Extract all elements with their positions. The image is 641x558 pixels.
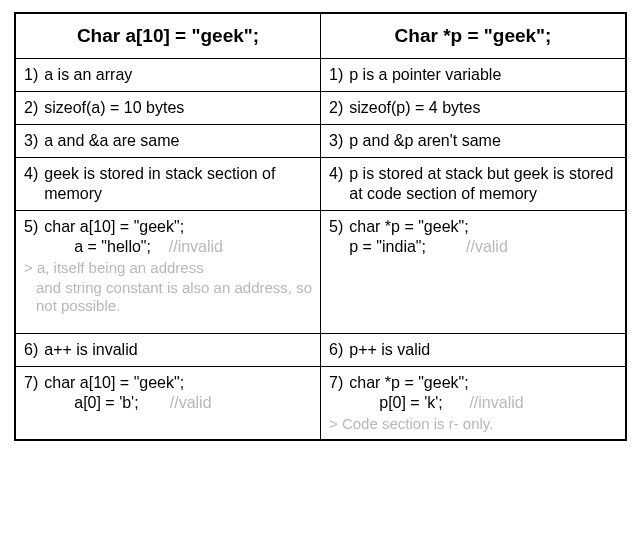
cell-text: p and &p aren't same — [349, 131, 617, 151]
cell-left: 3) a and &a are same — [15, 124, 321, 157]
header-left-cell: Char a[10] = "geek"; — [15, 13, 321, 58]
code-line: p[0] = 'k'; — [379, 394, 442, 411]
cell-text: a++ is invalid — [44, 340, 312, 360]
row-number: 5) — [329, 217, 349, 237]
header-right-cell: Char *p = "geek"; — [321, 13, 627, 58]
note-text: and string constant is also an address, … — [24, 279, 312, 315]
cell-right: 7) char *p = "geek"; p[0] = 'k'; //inval… — [321, 366, 627, 440]
note-text: > Code section is r- only. — [329, 415, 617, 433]
code-line: p = "india"; — [349, 238, 426, 255]
cell-text: sizeof(p) = 4 bytes — [349, 98, 617, 118]
code-line: char *p = "geek"; — [349, 217, 617, 237]
cell-right: 2) sizeof(p) = 4 bytes — [321, 91, 627, 124]
cell-right: 4) p is stored at stack but geek is stor… — [321, 157, 627, 210]
code-comment: //valid — [466, 238, 508, 255]
comparison-table: Char a[10] = "geek"; Char *p = "geek"; 1… — [14, 12, 627, 441]
row-number: 7) — [24, 373, 44, 393]
row-number: 4) — [329, 164, 349, 184]
cell-right: 6) p++ is valid — [321, 333, 627, 366]
table-row: 4) geek is stored in stack section of me… — [15, 157, 626, 210]
cell-text: sizeof(a) = 10 bytes — [44, 98, 312, 118]
header-right: Char *p = "geek"; — [395, 25, 552, 46]
cell-text: p++ is valid — [349, 340, 617, 360]
cell-left: 4) geek is stored in stack section of me… — [15, 157, 321, 210]
cell-text: a and &a are same — [44, 131, 312, 151]
note-text: > a, itself being an address — [24, 259, 312, 277]
row-number: 6) — [24, 340, 44, 360]
cell-right: 5) char *p = "geek"; p = "india"; //vali… — [321, 210, 627, 333]
code-comment: //invalid — [469, 394, 523, 411]
cell-right: 3) p and &p aren't same — [321, 124, 627, 157]
cell-right: 1) p is a pointer variable — [321, 58, 627, 91]
row-number: 3) — [24, 131, 44, 151]
row-number: 2) — [24, 98, 44, 118]
cell-text: p is stored at stack but geek is stored … — [349, 164, 617, 204]
cell-left: 1) a is an array — [15, 58, 321, 91]
table-row: 6) a++ is invalid 6) p++ is valid — [15, 333, 626, 366]
cell-left: 7) char a[10] = "geek"; a[0] = 'b'; //va… — [15, 366, 321, 440]
row-number: 1) — [329, 65, 349, 85]
table-row: 3) a and &a are same 3) p and &p aren't … — [15, 124, 626, 157]
cell-text: a is an array — [44, 65, 312, 85]
code-line: char a[10] = "geek"; — [44, 373, 312, 393]
cell-left: 5) char a[10] = "geek"; a = "hello"; //i… — [15, 210, 321, 333]
code-line: a[0] = 'b'; — [74, 394, 138, 411]
table-row: 5) char a[10] = "geek"; a = "hello"; //i… — [15, 210, 626, 333]
row-number: 5) — [24, 217, 44, 237]
code-line: a = "hello"; — [74, 238, 151, 255]
row-number: 2) — [329, 98, 349, 118]
cell-text: geek is stored in stack section of memor… — [44, 164, 312, 204]
row-number: 6) — [329, 340, 349, 360]
code-line: char *p = "geek"; — [349, 373, 617, 393]
row-number: 4) — [24, 164, 44, 184]
code-comment: //valid — [170, 394, 212, 411]
table-row: 1) a is an array 1) p is a pointer varia… — [15, 58, 626, 91]
table-row: 7) char a[10] = "geek"; a[0] = 'b'; //va… — [15, 366, 626, 440]
code-comment: //invalid — [169, 238, 223, 255]
row-number: 1) — [24, 65, 44, 85]
cell-left: 2) sizeof(a) = 10 bytes — [15, 91, 321, 124]
code-line: char a[10] = "geek"; — [44, 217, 312, 237]
table-row: 2) sizeof(a) = 10 bytes 2) sizeof(p) = 4… — [15, 91, 626, 124]
header-row: Char a[10] = "geek"; Char *p = "geek"; — [15, 13, 626, 58]
cell-text: p is a pointer variable — [349, 65, 617, 85]
row-number: 3) — [329, 131, 349, 151]
header-left: Char a[10] = "geek"; — [77, 25, 259, 46]
cell-left: 6) a++ is invalid — [15, 333, 321, 366]
row-number: 7) — [329, 373, 349, 393]
